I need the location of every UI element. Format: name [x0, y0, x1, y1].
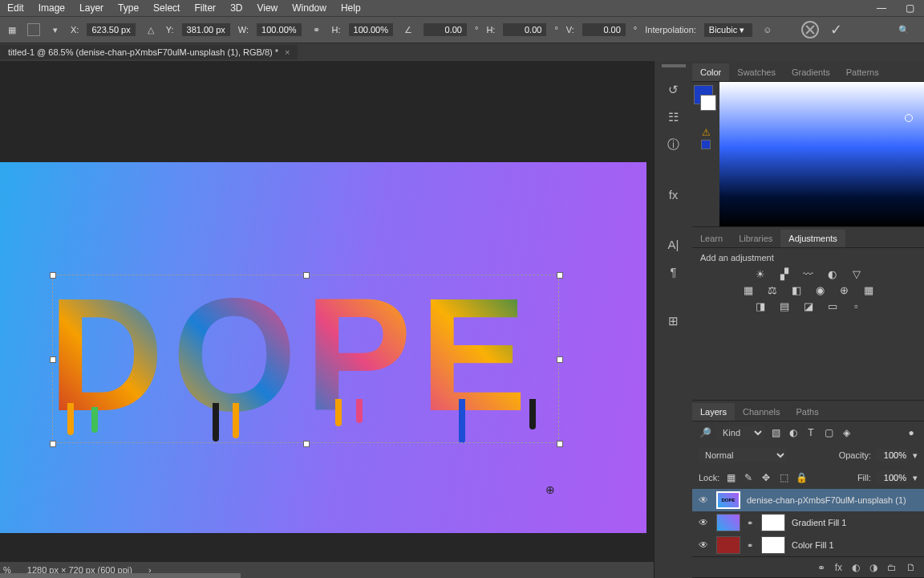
layer-name[interactable]: Gradient Fill 1	[792, 518, 846, 527]
person-icon[interactable]: ☺	[760, 22, 775, 37]
y-field[interactable]: 381.00 px	[182, 23, 230, 36]
paragraph-icon[interactable]: ¶	[664, 263, 683, 279]
checkerboard-icon[interactable]: ▦	[5, 22, 19, 37]
transform-handle[interactable]	[557, 356, 563, 363]
fill-arrow-icon[interactable]: ▾	[913, 473, 918, 483]
canvas-area[interactable]: DOPE ⊕	[0, 61, 654, 578]
tab-layers[interactable]: Layers	[692, 403, 735, 421]
styles-icon[interactable]: fx	[664, 186, 683, 202]
menu-image[interactable]: Image	[31, 2, 72, 14]
character-icon[interactable]: A|	[664, 236, 683, 252]
photo-filter-icon[interactable]: ◉	[813, 283, 829, 296]
minimize-icon[interactable]: —	[872, 2, 891, 14]
mask-link-icon[interactable]: ⚭	[747, 519, 755, 527]
layer-thumbnail[interactable]	[716, 514, 740, 531]
posterize-icon[interactable]: ▤	[776, 299, 792, 312]
color-picker-ramp[interactable]	[719, 82, 924, 226]
tab-channels[interactable]: Channels	[735, 403, 788, 421]
delta-icon[interactable]: △	[144, 22, 158, 37]
adjustment-layer-icon[interactable]: ◑	[869, 562, 877, 573]
menu-type[interactable]: Type	[111, 2, 146, 14]
transform-box[interactable]	[52, 275, 559, 443]
threshold-icon[interactable]: ◪	[800, 299, 817, 312]
visibility-icon[interactable]: 👁	[699, 495, 710, 506]
transform-handle[interactable]	[50, 272, 56, 279]
filter-shape-icon[interactable]: ▢	[822, 426, 835, 439]
tab-adjustments[interactable]: Adjustments	[780, 230, 845, 247]
filter-adjust-icon[interactable]: ◐	[787, 426, 800, 439]
closest-color-swatch[interactable]	[701, 140, 711, 149]
visibility-icon[interactable]: 👁	[699, 539, 710, 551]
menu-3d[interactable]: 3D	[223, 2, 249, 14]
commit-transform-icon[interactable]: ✓	[830, 21, 842, 39]
colorlookup-icon[interactable]: ▦	[861, 283, 877, 296]
visibility-icon[interactable]: 👁	[699, 517, 710, 528]
menu-help[interactable]: Help	[334, 2, 368, 14]
maximize-icon[interactable]: ▢	[901, 2, 919, 14]
info-icon[interactable]: ⓘ	[664, 136, 683, 153]
gradientmap-icon[interactable]: ▭	[825, 299, 841, 312]
lock-artboard-icon[interactable]: ⬚	[777, 471, 790, 484]
menu-view[interactable]: View	[249, 2, 285, 14]
vibrance-icon[interactable]: ▽	[849, 267, 865, 280]
color-pick-indicator[interactable]	[905, 114, 913, 122]
reference-point-icon[interactable]	[27, 23, 40, 36]
lock-all-icon[interactable]: 🔒	[795, 471, 808, 484]
gamut-warning-icon[interactable]: ⚠	[702, 127, 711, 138]
transform-handle[interactable]	[50, 441, 56, 447]
artboard[interactable]: DOPE ⊕	[0, 162, 646, 533]
mask-thumbnail[interactable]	[761, 536, 785, 554]
w-field[interactable]: 100.00%	[257, 23, 301, 36]
menu-layer[interactable]: Layer	[72, 2, 111, 14]
channelmixer-icon[interactable]: ⊕	[837, 283, 853, 296]
layer-row[interactable]: 👁 DOPE denise-chan-pXmbsF70ulM-unsplash …	[692, 489, 924, 511]
invert-icon[interactable]: ◨	[752, 299, 768, 312]
close-tab-icon[interactable]: ×	[285, 47, 290, 57]
menu-window[interactable]: Window	[285, 2, 334, 14]
new-layer-icon[interactable]: 🗋	[906, 562, 916, 573]
skew-v-field[interactable]: 0.00	[582, 23, 626, 36]
skew-h-field[interactable]: 0.00	[503, 23, 546, 36]
layer-row[interactable]: 👁 ⚭ Color Fill 1	[692, 534, 924, 556]
lock-position-icon[interactable]: ✥	[760, 471, 772, 484]
cancel-transform-icon[interactable]	[801, 21, 819, 39]
levels-icon[interactable]: ▞	[776, 267, 792, 280]
colorbalance-icon[interactable]: ⚖	[764, 283, 780, 296]
opacity-field[interactable]	[876, 449, 908, 462]
fx-icon[interactable]: fx	[835, 562, 842, 573]
filter-pixel-icon[interactable]: ▧	[769, 426, 782, 439]
link-wh-icon[interactable]: ⚭	[310, 22, 324, 37]
filter-toggle-icon[interactable]: ●	[905, 426, 918, 439]
x-field[interactable]: 623.50 px	[87, 23, 135, 36]
brightness-icon[interactable]: ☀	[752, 267, 768, 280]
layer-row[interactable]: 👁 ⚭ Gradient Fill 1	[692, 511, 924, 534]
properties-icon[interactable]: ☷	[664, 109, 683, 125]
layer-thumbnail[interactable]	[716, 536, 740, 554]
mask-link-icon[interactable]: ⚭	[747, 541, 755, 550]
tab-learn[interactable]: Learn	[692, 230, 731, 247]
h-field[interactable]: 100.00%	[349, 23, 393, 36]
layer-thumbnail[interactable]: DOPE	[716, 491, 740, 509]
tab-gradients[interactable]: Gradients	[784, 63, 838, 81]
blend-mode-select[interactable]: Normal	[699, 448, 787, 462]
menu-edit[interactable]: Edit	[0, 2, 31, 14]
transform-handle[interactable]	[557, 272, 563, 279]
filter-smart-icon[interactable]: ◈	[840, 426, 853, 439]
selectivecolor-icon[interactable]: ▫	[849, 299, 865, 312]
filter-search-icon[interactable]: 🔎	[699, 426, 711, 439]
hue-icon[interactable]: ▦	[740, 283, 756, 296]
menu-filter[interactable]: Filter	[187, 2, 223, 14]
curves-icon[interactable]: 〰	[800, 267, 817, 280]
tab-libraries[interactable]: Libraries	[731, 230, 780, 247]
rotate-field[interactable]: 0.00	[424, 23, 467, 36]
menu-select[interactable]: Select	[146, 2, 187, 14]
transform-handle[interactable]	[303, 272, 310, 279]
mask-icon[interactable]: ◐	[852, 562, 860, 573]
background-swatch[interactable]	[700, 95, 716, 111]
interp-select[interactable]: Bicubic ▾	[704, 23, 752, 37]
layer-name[interactable]: Color Fill 1	[792, 540, 834, 550]
tab-paths[interactable]: Paths	[788, 403, 827, 421]
dock-handle-icon[interactable]	[662, 64, 686, 67]
group-icon[interactable]: 🗀	[887, 562, 897, 573]
filter-type-icon[interactable]: T	[804, 426, 817, 439]
